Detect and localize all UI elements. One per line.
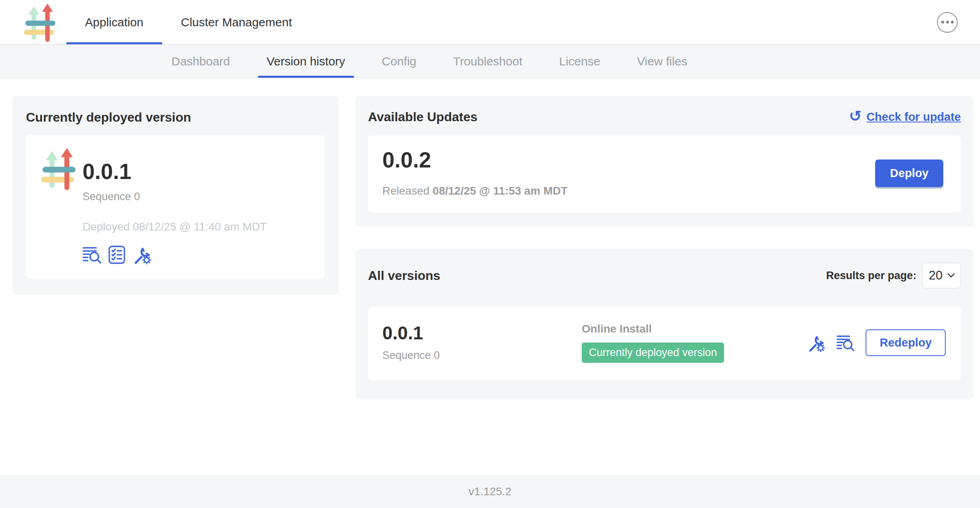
- row-version-number: 0.0.1: [382, 324, 582, 342]
- page-footer: v1.125.2: [0, 475, 980, 508]
- subnav-troubleshoot[interactable]: Troubleshoot: [453, 45, 522, 78]
- update-panel: 0.0.2 Released 08/12/25 @ 11:53 am MDT D…: [368, 136, 961, 213]
- update-released-line: Released 08/12/25 @ 11:53 am MDT: [382, 185, 568, 197]
- tab-application[interactable]: Application: [66, 0, 162, 44]
- deployed-version-panel: 0.0.1 Sequence 0 Deployed 08/12/25 @ 11:…: [26, 135, 325, 279]
- list-search-icon[interactable]: [836, 335, 854, 351]
- checklist-icon[interactable]: [108, 246, 125, 264]
- tab-cluster-management[interactable]: Cluster Management: [162, 0, 311, 44]
- tab-application-label: Application: [85, 16, 144, 29]
- chevron-down-icon: [947, 273, 955, 278]
- subnav-view-files-label: View files: [637, 55, 687, 68]
- subnav-config-label: Config: [382, 55, 417, 68]
- subnav-dashboard[interactable]: Dashboard: [171, 45, 230, 78]
- deployed-timestamp: Deployed 08/12/25 @ 11:40 am MDT: [83, 221, 267, 233]
- tab-cluster-management-label: Cluster Management: [181, 16, 292, 29]
- subnav-troubleshoot-label: Troubleshoot: [453, 55, 522, 68]
- install-type-label: Online Install: [582, 323, 724, 335]
- refresh-icon: ↺: [849, 108, 862, 124]
- subnav-license-label: License: [559, 55, 600, 68]
- status-badge: Currently deployed version: [582, 343, 724, 363]
- all-versions-card: All versions Results per page: 20 0.0.1 …: [355, 249, 974, 400]
- header-tabs: Application Cluster Management: [66, 0, 311, 44]
- deployed-sequence: Sequence 0: [83, 191, 267, 203]
- row-action-icons: Redeploy: [807, 329, 946, 356]
- available-updates-title: Available Updates: [368, 110, 477, 124]
- subnav-license[interactable]: License: [559, 45, 600, 78]
- available-updates-card: Available Updates ↺ Check for update 0.0…: [355, 96, 974, 227]
- subnav-dashboard-label: Dashboard: [171, 55, 230, 68]
- subnav-view-files[interactable]: View files: [637, 45, 687, 78]
- all-versions-title: All versions: [368, 268, 440, 283]
- check-for-update-link[interactable]: ↺ Check for update: [849, 109, 961, 124]
- redeploy-button[interactable]: Redeploy: [866, 329, 946, 356]
- released-timestamp: 08/12/25 @ 11:53 am MDT: [433, 185, 568, 197]
- deploy-button[interactable]: Deploy: [875, 159, 943, 187]
- header-right: [937, 0, 958, 44]
- deployed-version-number: 0.0.1: [83, 161, 267, 183]
- app-subnav: Dashboard Version history Config Trouble…: [0, 45, 980, 78]
- app-page: Application Cluster Management Dashboard…: [0, 0, 980, 508]
- row-sequence: Sequence 0: [382, 349, 582, 362]
- deployed-action-icons: [83, 245, 267, 264]
- currently-deployed-card: Currently deployed version 0.0.1 Sequenc…: [12, 96, 338, 295]
- check-for-update-label: Check for update: [866, 110, 961, 124]
- released-prefix: Released: [382, 185, 429, 197]
- list-search-icon[interactable]: [83, 246, 101, 264]
- wrench-gear-icon[interactable]: [132, 245, 152, 264]
- wrench-gear-icon[interactable]: [807, 334, 825, 352]
- deployed-card-title: Currently deployed version: [26, 110, 325, 125]
- subnav-version-history[interactable]: Version history: [267, 45, 345, 78]
- subnav-config[interactable]: Config: [382, 45, 417, 78]
- version-row: 0.0.1 Sequence 0 Online Install Currentl…: [368, 307, 961, 380]
- main-content: Currently deployed version 0.0.1 Sequenc…: [0, 78, 980, 475]
- kots-version-label: v1.125.2: [468, 485, 511, 498]
- app-logo-icon: [40, 147, 79, 264]
- results-per-page-value: 20: [929, 268, 943, 283]
- results-per-page-label: Results per page:: [826, 270, 917, 282]
- app-logo-icon: [23, 0, 58, 44]
- subnav-version-history-label: Version history: [267, 55, 345, 68]
- ellipsis-menu-icon[interactable]: [937, 12, 958, 33]
- results-per-page-select[interactable]: 20: [922, 263, 961, 288]
- update-version-number: 0.0.2: [382, 149, 568, 171]
- right-column: Available Updates ↺ Check for update 0.0…: [355, 96, 974, 400]
- top-header: Application Cluster Management: [0, 0, 980, 45]
